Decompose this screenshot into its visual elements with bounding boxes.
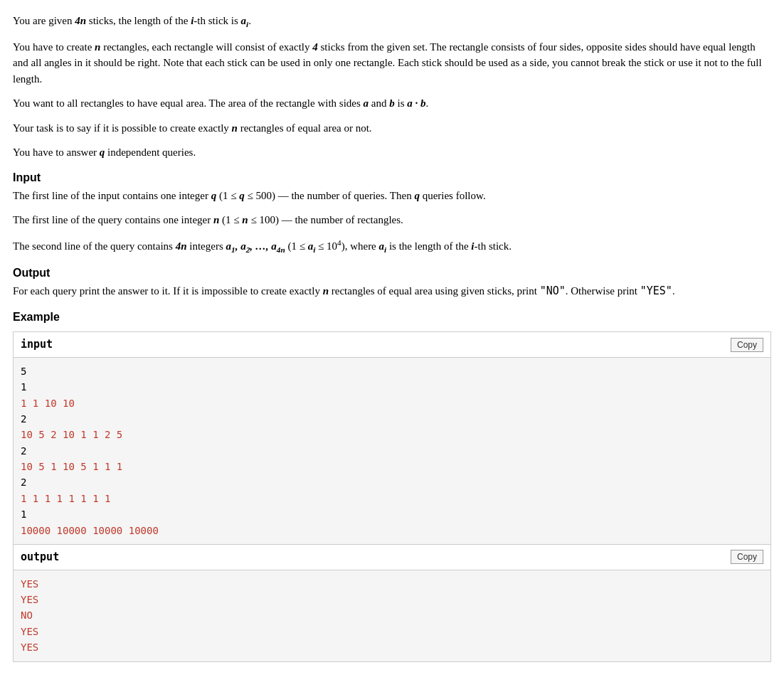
input-body: The first line of the input contains one… bbox=[13, 188, 771, 256]
paragraph-5: You have to answer q independent queries… bbox=[13, 144, 771, 161]
copy-input-button[interactable]: Copy bbox=[731, 338, 763, 352]
copy-output-button[interactable]: Copy bbox=[731, 550, 763, 564]
output-title: Output bbox=[13, 265, 771, 282]
output-body: For each query print the answer to it. I… bbox=[13, 283, 771, 299]
input-line-1: The first line of the input contains one… bbox=[13, 188, 771, 204]
example-title: Example bbox=[13, 309, 771, 326]
example-output-box: output Copy YES YES NO YES YES bbox=[13, 545, 771, 661]
input-line-2: The first line of the query contains one… bbox=[13, 212, 771, 228]
example-input-label: input bbox=[21, 336, 53, 353]
paragraph-2: You have to create n rectangles, each re… bbox=[13, 39, 771, 87]
example-input-header: input Copy bbox=[14, 332, 770, 358]
paragraph-1: You are given 4n sticks, the length of t… bbox=[13, 13, 771, 31]
example-input-box: input Copy 5 1 1 1 10 10 2 10 5 2 10 1 1… bbox=[13, 331, 771, 545]
paragraph-4: Your task is to say if it is possible to… bbox=[13, 120, 771, 137]
input-section: Input The first line of the input contai… bbox=[13, 169, 771, 256]
example-section: Example input Copy 5 1 1 1 10 10 2 10 5 … bbox=[13, 309, 771, 661]
example-input-content: 5 1 1 1 10 10 2 10 5 2 10 1 1 2 5 2 10 5… bbox=[14, 358, 770, 544]
example-output-content: YES YES NO YES YES bbox=[14, 570, 770, 661]
input-line-3: The second line of the query contains 4n… bbox=[13, 237, 771, 256]
example-output-header: output Copy bbox=[14, 545, 770, 570]
problem-statement: You are given 4n sticks, the length of t… bbox=[13, 13, 771, 662]
output-section: Output For each query print the answer t… bbox=[13, 265, 771, 299]
input-title: Input bbox=[13, 169, 771, 186]
paragraph-3: You want to all rectangles to have equal… bbox=[13, 95, 771, 112]
example-output-label: output bbox=[21, 549, 59, 565]
output-line-1: For each query print the answer to it. I… bbox=[13, 283, 771, 299]
